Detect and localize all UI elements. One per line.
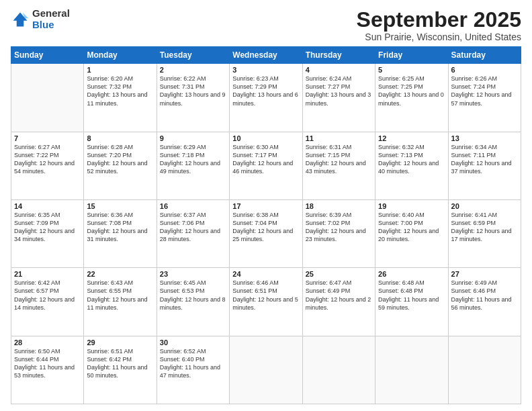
day-info: Sunrise: 6:25 AMSunset: 7:25 PMDaylight:… <box>378 75 445 107</box>
day-info: Sunrise: 6:50 AMSunset: 6:44 PMDaylight:… <box>14 347 81 380</box>
weekday-header-saturday: Saturday <box>448 47 521 64</box>
day-number: 24 <box>232 270 299 278</box>
day-number: 2 <box>160 66 226 74</box>
day-number: 20 <box>451 202 518 210</box>
day-info: Sunrise: 6:34 AMSunset: 7:11 PMDaylight:… <box>451 143 518 176</box>
calendar-cell: 12Sunrise: 6:32 AMSunset: 7:13 PMDayligh… <box>375 132 448 199</box>
calendar-week-2: 7Sunrise: 6:27 AMSunset: 7:22 PMDaylight… <box>11 132 521 199</box>
logo-general-text: General <box>32 8 70 19</box>
day-number: 21 <box>14 270 81 278</box>
calendar-cell: 19Sunrise: 6:40 AMSunset: 7:00 PMDayligh… <box>375 199 448 267</box>
day-number: 16 <box>160 202 226 210</box>
day-info: Sunrise: 6:30 AMSunset: 7:17 PMDaylight:… <box>232 143 299 176</box>
day-number: 7 <box>14 134 81 142</box>
day-number: 22 <box>87 270 153 278</box>
weekday-row: SundayMondayTuesdayWednesdayThursdayFrid… <box>11 47 521 64</box>
calendar-cell: 13Sunrise: 6:34 AMSunset: 7:11 PMDayligh… <box>448 132 521 199</box>
calendar-cell: 27Sunrise: 6:49 AMSunset: 6:46 PMDayligh… <box>448 268 521 336</box>
day-info: Sunrise: 6:41 AMSunset: 6:59 PMDaylight:… <box>451 211 518 244</box>
calendar-cell <box>11 64 84 132</box>
day-number: 10 <box>232 134 299 142</box>
calendar-cell: 30Sunrise: 6:52 AMSunset: 6:40 PMDayligh… <box>157 336 229 404</box>
day-info: Sunrise: 6:23 AMSunset: 7:29 PMDaylight:… <box>232 75 299 107</box>
calendar-cell <box>448 336 521 404</box>
day-info: Sunrise: 6:26 AMSunset: 7:24 PMDaylight:… <box>451 75 518 107</box>
day-info: Sunrise: 6:24 AMSunset: 7:27 PMDaylight:… <box>306 75 372 107</box>
day-number: 19 <box>378 202 445 210</box>
weekday-header-tuesday: Tuesday <box>157 47 229 64</box>
calendar-cell: 11Sunrise: 6:31 AMSunset: 7:15 PMDayligh… <box>302 132 375 199</box>
day-info: Sunrise: 6:39 AMSunset: 7:02 PMDaylight:… <box>306 211 372 244</box>
day-info: Sunrise: 6:42 AMSunset: 6:57 PMDaylight:… <box>14 279 81 312</box>
day-info: Sunrise: 6:48 AMSunset: 6:48 PMDaylight:… <box>378 279 445 312</box>
day-info: Sunrise: 6:27 AMSunset: 7:22 PMDaylight:… <box>14 143 81 176</box>
calendar-cell: 16Sunrise: 6:37 AMSunset: 7:06 PMDayligh… <box>157 199 229 267</box>
title-block: September 2025 Sun Prairie, Wisconsin, U… <box>357 8 521 42</box>
day-info: Sunrise: 6:45 AMSunset: 6:53 PMDaylight:… <box>160 279 226 312</box>
day-info: Sunrise: 6:28 AMSunset: 7:20 PMDaylight:… <box>87 143 153 176</box>
day-info: Sunrise: 6:35 AMSunset: 7:09 PMDaylight:… <box>14 211 81 244</box>
day-number: 12 <box>378 134 445 142</box>
weekday-header-thursday: Thursday <box>302 47 375 64</box>
calendar-cell: 17Sunrise: 6:38 AMSunset: 7:04 PMDayligh… <box>230 199 302 267</box>
calendar-cell: 3Sunrise: 6:23 AMSunset: 7:29 PMDaylight… <box>230 64 302 132</box>
logo: General Blue <box>11 8 70 30</box>
day-number: 8 <box>87 134 153 142</box>
calendar-cell: 15Sunrise: 6:36 AMSunset: 7:08 PMDayligh… <box>84 199 157 267</box>
day-number: 28 <box>14 338 81 347</box>
calendar-cell: 4Sunrise: 6:24 AMSunset: 7:27 PMDaylight… <box>302 64 375 132</box>
day-info: Sunrise: 6:47 AMSunset: 6:49 PMDaylight:… <box>306 279 372 312</box>
calendar-cell: 10Sunrise: 6:30 AMSunset: 7:17 PMDayligh… <box>230 132 302 199</box>
day-info: Sunrise: 6:32 AMSunset: 7:13 PMDaylight:… <box>378 143 445 176</box>
logo-text: General Blue <box>32 8 70 30</box>
calendar-cell: 2Sunrise: 6:22 AMSunset: 7:31 PMDaylight… <box>157 64 229 132</box>
calendar-cell: 24Sunrise: 6:46 AMSunset: 6:51 PMDayligh… <box>230 268 302 336</box>
day-number: 5 <box>378 66 445 74</box>
calendar-week-3: 14Sunrise: 6:35 AMSunset: 7:09 PMDayligh… <box>11 199 521 267</box>
svg-marker-0 <box>13 12 28 26</box>
day-number: 29 <box>87 338 153 347</box>
header: General Blue September 2025 Sun Prairie,… <box>11 8 521 42</box>
day-number: 25 <box>306 270 372 278</box>
calendar-cell: 1Sunrise: 6:20 AMSunset: 7:32 PMDaylight… <box>84 64 157 132</box>
day-number: 14 <box>14 202 81 210</box>
calendar-cell: 23Sunrise: 6:45 AMSunset: 6:53 PMDayligh… <box>157 268 229 336</box>
calendar-week-5: 28Sunrise: 6:50 AMSunset: 6:44 PMDayligh… <box>11 336 521 404</box>
calendar-header: SundayMondayTuesdayWednesdayThursdayFrid… <box>11 47 521 64</box>
month-title: September 2025 <box>357 8 521 32</box>
day-number: 17 <box>232 202 299 210</box>
day-number: 18 <box>306 202 372 210</box>
day-info: Sunrise: 6:49 AMSunset: 6:46 PMDaylight:… <box>451 279 518 312</box>
day-info: Sunrise: 6:43 AMSunset: 6:55 PMDaylight:… <box>87 279 153 312</box>
day-info: Sunrise: 6:36 AMSunset: 7:08 PMDaylight:… <box>87 211 153 244</box>
calendar-cell: 25Sunrise: 6:47 AMSunset: 6:49 PMDayligh… <box>302 268 375 336</box>
calendar-cell: 22Sunrise: 6:43 AMSunset: 6:55 PMDayligh… <box>84 268 157 336</box>
calendar-week-4: 21Sunrise: 6:42 AMSunset: 6:57 PMDayligh… <box>11 268 521 336</box>
day-info: Sunrise: 6:51 AMSunset: 6:42 PMDaylight:… <box>87 347 153 380</box>
calendar-cell: 28Sunrise: 6:50 AMSunset: 6:44 PMDayligh… <box>11 336 84 404</box>
day-number: 3 <box>232 66 299 74</box>
weekday-header-wednesday: Wednesday <box>230 47 302 64</box>
calendar-body: 1Sunrise: 6:20 AMSunset: 7:32 PMDaylight… <box>11 64 521 404</box>
day-number: 30 <box>160 338 226 347</box>
day-info: Sunrise: 6:29 AMSunset: 7:18 PMDaylight:… <box>160 143 226 176</box>
calendar-cell: 20Sunrise: 6:41 AMSunset: 6:59 PMDayligh… <box>448 199 521 267</box>
calendar-cell: 9Sunrise: 6:29 AMSunset: 7:18 PMDaylight… <box>157 132 229 199</box>
calendar-cell: 18Sunrise: 6:39 AMSunset: 7:02 PMDayligh… <box>302 199 375 267</box>
page: General Blue September 2025 Sun Prairie,… <box>0 0 532 411</box>
day-info: Sunrise: 6:38 AMSunset: 7:04 PMDaylight:… <box>232 211 299 244</box>
calendar-cell: 14Sunrise: 6:35 AMSunset: 7:09 PMDayligh… <box>11 199 84 267</box>
calendar-week-1: 1Sunrise: 6:20 AMSunset: 7:32 PMDaylight… <box>11 64 521 132</box>
logo-blue-text: Blue <box>32 19 70 31</box>
calendar-cell <box>375 336 448 404</box>
day-info: Sunrise: 6:46 AMSunset: 6:51 PMDaylight:… <box>232 279 299 312</box>
calendar-cell: 26Sunrise: 6:48 AMSunset: 6:48 PMDayligh… <box>375 268 448 336</box>
day-info: Sunrise: 6:52 AMSunset: 6:40 PMDaylight:… <box>160 347 226 380</box>
day-number: 15 <box>87 202 153 210</box>
day-number: 26 <box>378 270 445 278</box>
weekday-header-sunday: Sunday <box>11 47 84 64</box>
day-number: 13 <box>451 134 518 142</box>
day-number: 6 <box>451 66 518 74</box>
calendar-cell <box>302 336 375 404</box>
day-info: Sunrise: 6:20 AMSunset: 7:32 PMDaylight:… <box>87 75 153 107</box>
